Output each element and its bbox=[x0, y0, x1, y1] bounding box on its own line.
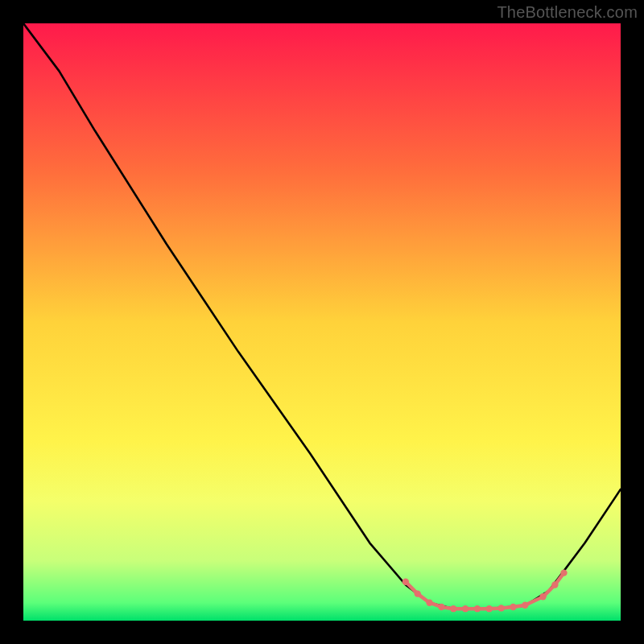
chart-plot-area bbox=[23, 23, 621, 621]
chart-background bbox=[23, 23, 621, 621]
data-point bbox=[551, 581, 558, 588]
data-point bbox=[426, 600, 432, 606]
data-point bbox=[438, 604, 444, 610]
watermark-text: TheBottleneck.com bbox=[497, 3, 638, 22]
data-point bbox=[522, 602, 528, 609]
data-point bbox=[402, 579, 409, 585]
data-point bbox=[510, 604, 516, 610]
data-point bbox=[497, 605, 504, 611]
data-point bbox=[474, 605, 481, 612]
data-point bbox=[560, 569, 567, 576]
data-point bbox=[415, 590, 421, 597]
data-point bbox=[539, 593, 546, 600]
chart-frame: TheBottleneck.com bbox=[0, 0, 644, 644]
data-point bbox=[450, 605, 456, 612]
chart-svg bbox=[23, 23, 621, 621]
data-point bbox=[486, 605, 493, 612]
data-point bbox=[462, 605, 469, 612]
